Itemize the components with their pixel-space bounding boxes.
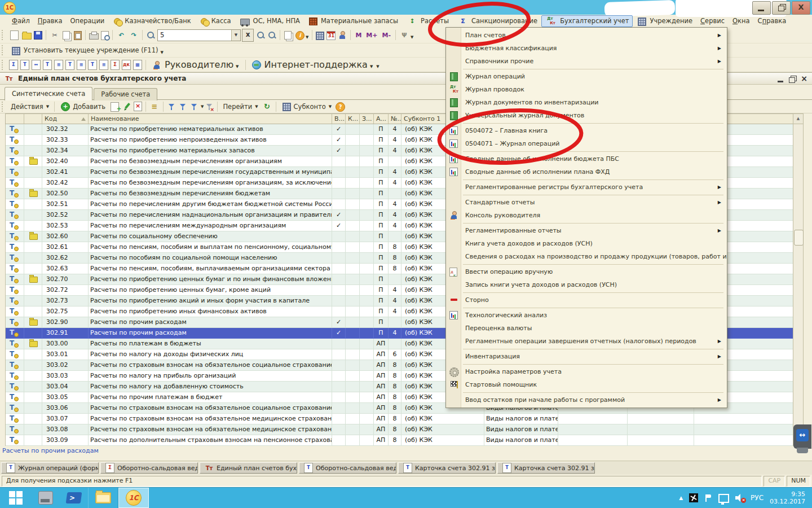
menu-item-журнал-проводок[interactable]: Журнал проводок bbox=[446, 83, 727, 96]
menu-item-сводные-данные-об-исполнении-бюджета-пбс[interactable]: Сводные данные об исполнении бюджета ПБС bbox=[446, 152, 727, 165]
find-next-icon[interactable] bbox=[256, 30, 265, 40]
menu-ос-нма-нпа[interactable]: ОС, НМА, НПА bbox=[235, 15, 304, 27]
menu-item-технологический-анализ[interactable]: Технологический анализ bbox=[446, 309, 727, 322]
toolbar-grip[interactable] bbox=[2, 45, 5, 55]
edit-icon[interactable] bbox=[122, 102, 131, 111]
network-icon[interactable] bbox=[718, 494, 729, 503]
toolbar-grip[interactable] bbox=[2, 60, 5, 70]
menu-item-переоценка-валюты[interactable]: Переоценка валюты bbox=[446, 322, 727, 335]
open-window-button[interactable]: ТКарточка счета 302.91 за 2... bbox=[497, 462, 595, 474]
add-copy-icon[interactable] bbox=[111, 102, 119, 112]
menu-расчеты[interactable]: ↕Расчеты bbox=[402, 15, 453, 27]
menu-item-ввод-остатков-при-начале-работы-с-програ[interactable]: Ввод остатков при начале работы с програ… bbox=[446, 393, 727, 406]
menu-item-стандартные-отчеты[interactable]: Стандартные отчеты▶ bbox=[446, 196, 727, 209]
menu-item-сторно[interactable]: Сторно bbox=[446, 294, 727, 306]
m-button[interactable]: M bbox=[354, 30, 363, 40]
menu-учреждение[interactable]: Учреждение bbox=[633, 15, 696, 27]
column-header[interactable]: А... bbox=[374, 113, 389, 124]
menu-item-ввести-операцию-вручную[interactable]: Ввести операцию вручную bbox=[446, 265, 727, 278]
menu-item-книга-учета-доходов-и-расходов-усн-[interactable]: Книга учета доходов и расходов (УСН) bbox=[446, 237, 727, 250]
window-minimize-icon[interactable] bbox=[778, 81, 783, 82]
open-icon[interactable] bbox=[22, 33, 32, 40]
chevron-down-icon[interactable]: ▼ bbox=[376, 64, 379, 69]
copy-icon[interactable] bbox=[63, 31, 70, 40]
report-list-move-icon[interactable]: ≡ bbox=[99, 60, 108, 70]
powershell-button[interactable]: > bbox=[60, 488, 88, 508]
add-icon[interactable]: + bbox=[61, 102, 70, 111]
close-button[interactable]: X bbox=[792, 1, 810, 15]
open-window-button[interactable]: ТОборотно-сальдовая ведом... bbox=[299, 462, 396, 474]
add-button[interactable]: + Добавить bbox=[57, 100, 108, 112]
subkonto-button[interactable]: Субконто▼ bbox=[279, 100, 335, 112]
subkonto-grid-icon[interactable] bbox=[283, 103, 291, 111]
report-dk-icon[interactable]: дк bbox=[122, 60, 131, 70]
info-icon[interactable]: i bbox=[295, 31, 304, 40]
column-header-empty[interactable] bbox=[24, 113, 42, 124]
menu-операции[interactable]: Операции bbox=[67, 16, 109, 26]
open-window-button[interactable]: ТтЕдиный план счетов бухгал... bbox=[200, 462, 297, 474]
scroll-up-icon[interactable]: ▲ bbox=[793, 114, 803, 124]
report-list-icon[interactable]: ≡ bbox=[77, 60, 86, 70]
tab-synthetic-accounts[interactable]: Синтетические счета bbox=[5, 87, 92, 100]
start-button[interactable] bbox=[0, 488, 32, 508]
redo-icon[interactable]: ↷ bbox=[129, 30, 139, 40]
report-t2-icon[interactable]: Т bbox=[65, 60, 74, 70]
report-dk-sum-icon[interactable]: Σ bbox=[111, 60, 120, 70]
toolbar-grip[interactable] bbox=[2, 102, 5, 112]
menu-item-регламентные-операции-завершения-отчетны[interactable]: Регламентные операции завершения отчетны… bbox=[446, 335, 727, 348]
window-close-icon[interactable]: × bbox=[801, 75, 807, 83]
window-restore-icon[interactable] bbox=[789, 77, 795, 83]
1c-taskbar-button[interactable]: 1С bbox=[118, 488, 149, 508]
menu-санкционирование[interactable]: ΣСанкционирование bbox=[453, 15, 541, 27]
menu-казначейство-банк[interactable]: Казначейство/Банк bbox=[108, 16, 195, 26]
report-chess-icon[interactable]: ▦ bbox=[133, 60, 142, 70]
actions-button[interactable]: Действия▼ bbox=[8, 102, 52, 112]
table-row[interactable]: 303.08Расчеты по страховым взносам на об… bbox=[5, 424, 793, 435]
column-header[interactable]: З... bbox=[360, 113, 374, 124]
find-prev-icon[interactable] bbox=[267, 30, 276, 40]
report-user-list-icon[interactable]: ≡ bbox=[54, 60, 63, 70]
levels-icon[interactable]: ≡ bbox=[149, 102, 160, 111]
menu-item-журнал-операций[interactable]: Журнал операций bbox=[446, 70, 727, 83]
teamviewer-tray-icon[interactable] bbox=[689, 493, 698, 502]
server-manager-button[interactable] bbox=[32, 488, 60, 508]
menu-item-сведения-о-расходах-на-производство-и-пр[interactable]: Сведения о расходах на производство и пр… bbox=[446, 250, 727, 263]
internet-support-button[interactable]: Интернет-поддержка ▼ ▼ bbox=[248, 59, 383, 71]
menu-item-настройка-параметров-учета[interactable]: Настройка параметров учета bbox=[446, 365, 727, 378]
restore-button[interactable] bbox=[772, 1, 791, 15]
column-header-empty[interactable] bbox=[6, 113, 24, 124]
action-center-flag-icon[interactable] bbox=[704, 494, 712, 502]
language-indicator[interactable]: РУС bbox=[751, 494, 764, 502]
report-t-move-icon[interactable]: Т bbox=[88, 60, 97, 70]
undo-icon[interactable]: ↶ bbox=[116, 30, 126, 40]
menu-item-запись-книги-учета-доходов-и-расходов-ус[interactable]: Запись книги учета доходов и расходов (У… bbox=[446, 278, 727, 291]
filter-menu-icon[interactable] bbox=[189, 102, 198, 111]
filter-set-icon[interactable] bbox=[167, 102, 176, 111]
toolbar-grip[interactable] bbox=[2, 30, 5, 40]
filter-clear-icon[interactable]: × bbox=[205, 102, 214, 111]
services-icon[interactable]: Ψ bbox=[399, 30, 409, 40]
m-minus-button[interactable]: M- bbox=[381, 30, 392, 40]
delete-icon[interactable]: × bbox=[134, 102, 142, 111]
report-t-icon[interactable]: Т bbox=[20, 60, 29, 70]
print-icon[interactable] bbox=[89, 33, 99, 40]
menu-item-0504072-главная-книга[interactable]: 0504072 – Главная книга bbox=[446, 124, 727, 137]
chevron-down-icon[interactable]: ▼ bbox=[161, 50, 164, 55]
filter-icon[interactable] bbox=[178, 102, 187, 111]
combobox-dropdown-icon[interactable]: ▼ bbox=[231, 30, 240, 41]
copies-icon[interactable] bbox=[284, 31, 292, 40]
menu-окна[interactable]: Окна bbox=[729, 16, 754, 26]
help-icon[interactable]: ? bbox=[336, 102, 345, 112]
column-header[interactable]: №.. bbox=[389, 113, 401, 124]
menu-item-план-счетов[interactable]: План счетов▶ bbox=[446, 29, 727, 42]
column-header[interactable]: Наименование bbox=[89, 113, 332, 124]
menu-item-регламентированные-регистры-бухгалтерско[interactable]: Регламентированные регистры бухгалтерско… bbox=[446, 181, 727, 194]
menu-item-бюджетная-классификация[interactable]: Бюджетная классификация▶ bbox=[446, 42, 727, 55]
chevron-down-icon[interactable]: ▼ bbox=[306, 35, 308, 40]
menu-item-консоль-руководителя[interactable]: Консоль руководителя bbox=[446, 209, 727, 222]
report-sum-icon[interactable]: Σ bbox=[9, 60, 18, 70]
column-header[interactable]: Код bbox=[42, 113, 89, 124]
menu-правка[interactable]: Правка bbox=[34, 16, 67, 26]
refresh-icon[interactable]: ↻ bbox=[262, 102, 272, 111]
column-header[interactable]: К... bbox=[346, 113, 360, 124]
